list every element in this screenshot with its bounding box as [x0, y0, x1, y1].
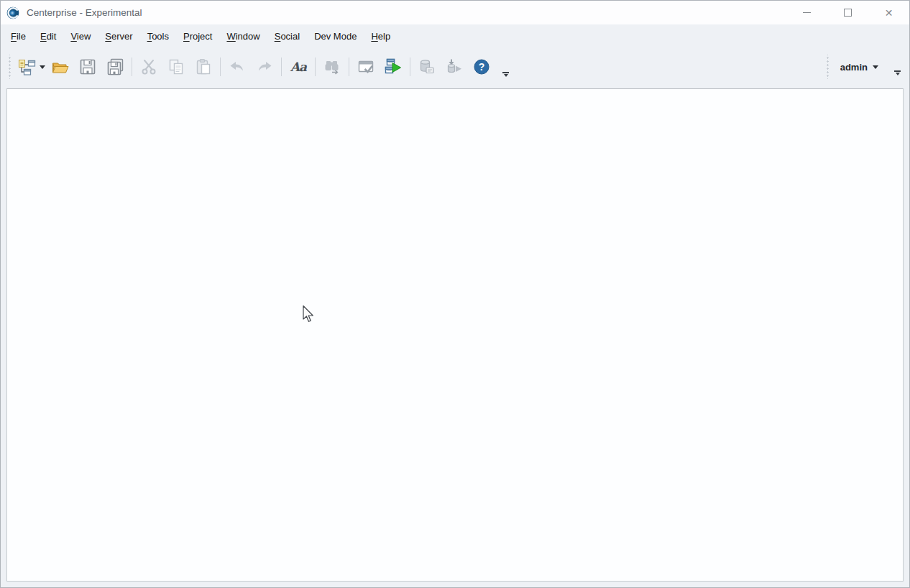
workspace-area: [6, 88, 904, 582]
menu-label: ile: [17, 31, 26, 42]
find-replace-button[interactable]: [318, 55, 346, 79]
font-button[interactable]: Aa: [285, 55, 312, 79]
toolbar-grip-handle[interactable]: [825, 55, 829, 79]
new-dropdown-button[interactable]: [38, 55, 47, 79]
chevron-down-icon: [504, 74, 508, 77]
toolbar-grip-handle[interactable]: [7, 55, 12, 79]
new-dataflow-icon: [17, 58, 36, 76]
mouse-cursor-icon: [302, 305, 316, 325]
font-aa-icon: Aa: [290, 60, 306, 74]
redo-arrow-icon: [255, 58, 274, 76]
menu-label: H: [371, 31, 377, 42]
toolbar-separator: [315, 58, 316, 76]
minimize-icon: [803, 12, 811, 13]
redo-button[interactable]: [251, 55, 278, 79]
verify-window-icon: [357, 58, 375, 76]
paste-clipboard-icon: [194, 58, 213, 76]
menu-label: P: [183, 31, 190, 42]
user-name-label: admin: [840, 62, 868, 73]
menu-label: E: [40, 31, 47, 42]
menu-label: W: [226, 31, 235, 42]
menu-item-edit[interactable]: Edit: [33, 27, 63, 45]
paste-button[interactable]: [190, 55, 217, 79]
overflow-icon: [502, 72, 509, 73]
database-note-icon: [418, 58, 436, 76]
svg-text:?: ?: [479, 61, 485, 73]
menu-item-file[interactable]: File: [4, 27, 33, 45]
title-bar[interactable]: Centerprise - Experimental ✕: [1, 1, 909, 24]
menu-label: S: [105, 31, 111, 42]
cut-button[interactable]: [135, 55, 162, 79]
toolbar-separator: [132, 58, 132, 76]
user-menu-button[interactable]: admin: [833, 55, 886, 79]
undo-arrow-icon: [228, 58, 247, 76]
run-dataflow-icon: [384, 58, 403, 76]
menu-label: F: [11, 31, 17, 42]
menu-item-project[interactable]: Project: [176, 27, 219, 45]
toolbar: Aa: [1, 47, 909, 88]
overflow-icon: [894, 70, 901, 72]
centerprise-logo-icon: [6, 6, 20, 20]
save-button[interactable]: [74, 55, 101, 79]
menu-label: elp: [378, 31, 390, 42]
menu-label: indow: [236, 31, 260, 42]
menu-item-social[interactable]: Social: [267, 27, 307, 45]
menu-label: ocial: [280, 31, 300, 42]
new-dataflow-button[interactable]: [15, 55, 38, 79]
maximize-icon: [844, 9, 852, 17]
help-circle-icon: ?: [472, 58, 491, 76]
menu-label: iew: [77, 31, 91, 42]
minimize-button[interactable]: [786, 1, 827, 24]
toolbar-right-section: admin: [822, 55, 906, 79]
run-dataflow-button[interactable]: [380, 55, 407, 79]
menu-item-help[interactable]: Help: [364, 27, 397, 45]
copy-button[interactable]: [162, 55, 190, 79]
save-all-button[interactable]: [101, 55, 129, 79]
menu-label: roject: [190, 31, 213, 42]
menu-label: ools: [152, 31, 169, 42]
undo-button[interactable]: [224, 55, 251, 79]
menu-item-dev-mode[interactable]: Dev Mode: [307, 27, 364, 45]
binoculars-icon: [323, 58, 341, 76]
toolbar-separator: [281, 58, 282, 76]
open-button[interactable]: [47, 55, 74, 79]
menu-item-view[interactable]: View: [63, 27, 98, 45]
menu-label: dit: [47, 31, 57, 42]
toolbar-separator: [349, 58, 349, 76]
chevron-down-icon: [896, 73, 900, 75]
deploy-button[interactable]: [441, 55, 468, 79]
menu-item-server[interactable]: Server: [98, 27, 139, 45]
scissors-icon: [139, 58, 158, 76]
window-title: Centerprise - Experimental: [27, 7, 142, 18]
menu-label: Dev Mode: [314, 31, 357, 42]
menu-label: erver: [111, 31, 133, 42]
menu-bar: File Edit View Server Tools Project Wind…: [1, 24, 909, 47]
close-icon: ✕: [885, 8, 893, 18]
toolbar-separator: [220, 58, 221, 76]
app-window: Centerprise - Experimental ✕ File Edit V…: [0, 0, 910, 588]
menu-item-tools[interactable]: Tools: [140, 27, 176, 45]
deploy-icon: [445, 58, 464, 76]
toolbar-overflow-button[interactable]: [502, 72, 509, 77]
verify-button[interactable]: [352, 55, 380, 79]
menu-item-window[interactable]: Window: [219, 27, 267, 45]
close-button[interactable]: ✕: [868, 1, 909, 24]
maximize-button[interactable]: [827, 1, 868, 24]
open-folder-icon: [51, 58, 70, 76]
save-icon: [78, 58, 97, 76]
save-all-icon: [106, 58, 124, 76]
toolbar-overflow-button[interactable]: [894, 70, 901, 75]
window-controls: ✕: [786, 1, 909, 24]
toolbar-separator: [410, 58, 410, 76]
copy-icon: [167, 58, 185, 76]
chevron-down-icon: [873, 65, 878, 69]
database-job-button[interactable]: [413, 55, 441, 79]
help-button[interactable]: ?: [468, 55, 495, 79]
menu-label: V: [70, 31, 76, 42]
chevron-down-icon: [40, 65, 45, 69]
